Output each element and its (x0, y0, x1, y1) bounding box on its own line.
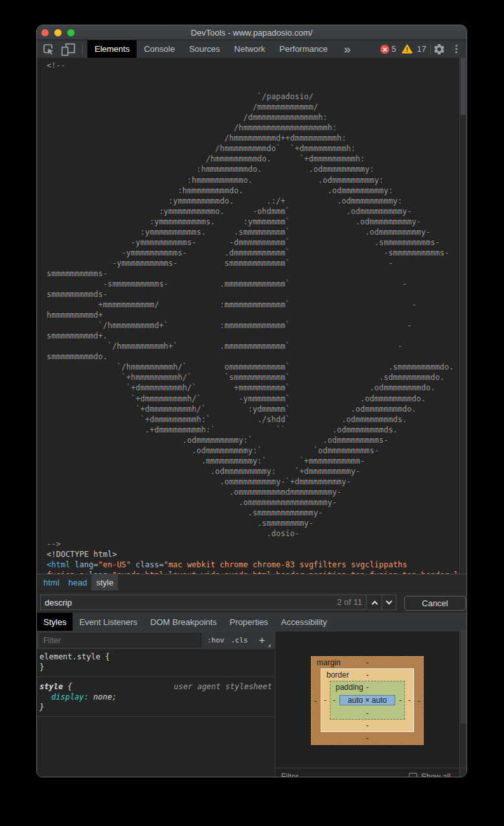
padding-left-value[interactable]: - (333, 696, 336, 705)
new-style-rule-button[interactable]: + (259, 635, 265, 646)
toggle-classes-button[interactable]: .cls (231, 636, 248, 644)
styles-pane: :hov .cls + element.style { } user agent… (37, 631, 275, 777)
previous-match-button[interactable] (367, 595, 382, 610)
tab-performance[interactable]: Performance (272, 40, 334, 58)
margin-left-value[interactable]: - (314, 696, 317, 705)
open-brace: { (67, 682, 72, 691)
equals-sign: = (159, 560, 163, 569)
toolbar-separator (430, 44, 431, 54)
margin-right-value[interactable]: - (418, 696, 420, 705)
breadcrumb-style[interactable]: style (91, 574, 118, 591)
tab-sources[interactable]: Sources (182, 40, 227, 58)
padding-bottom-value[interactable]: - (330, 709, 404, 718)
property-name[interactable]: display (51, 692, 84, 702)
open-brace: { (105, 652, 109, 661)
ascii-art: `/papadosio/ /mmmmmmmmmmmm/ /dmmmmmmmmmm… (47, 92, 454, 538)
computed-pane: margin - - - - border - - - - padding - … (275, 631, 467, 777)
rule-selector[interactable]: element.style (40, 652, 100, 661)
error-icon: ✕ (380, 45, 389, 54)
tab-console[interactable]: Console (137, 40, 182, 58)
breadcrumb-head[interactable]: head (64, 574, 92, 591)
box-model-content[interactable]: auto × auto (339, 695, 395, 705)
border-left-value[interactable]: - (324, 696, 326, 705)
rule-separator (37, 676, 275, 677)
tab-elements[interactable]: Elements (87, 40, 137, 58)
sidebar-tab-properties[interactable]: Properties (223, 613, 275, 631)
elements-tree[interactable]: <!-- `/papadosio/ /mmmmmmmmmmmm/ /dmmmmm… (37, 58, 466, 574)
border-bottom-value[interactable]: - (321, 721, 413, 730)
match-count: 2 of 11 (297, 595, 362, 610)
attr-value-class: "mac webkit chrome chrome-83 svgfilters … (164, 560, 407, 569)
chevron-up-icon (371, 600, 378, 607)
tab-network[interactable]: Network (227, 40, 273, 58)
rule-selector[interactable]: style (40, 682, 63, 691)
computed-scrollbar-thumb[interactable] (461, 631, 467, 724)
close-brace: } (40, 703, 44, 712)
html-tag-name: <html (47, 560, 74, 569)
property-semicolon: ; (112, 692, 117, 702)
property-value[interactable]: none (93, 692, 112, 702)
computed-filter-label[interactable]: Filter (281, 772, 299, 777)
padding-top-value[interactable]: - (330, 683, 404, 692)
property-colon: : (84, 692, 89, 702)
window-title: DevTools - www.papadosio.com/ (37, 25, 466, 40)
comment-close: --> (47, 539, 61, 549)
sidebar-tab-styles[interactable]: Styles (37, 613, 73, 631)
box-model-diagram[interactable]: margin - - - - border - - - - padding - … (311, 656, 424, 745)
title-bar[interactable]: DevTools - www.papadosio.com/ (37, 25, 466, 40)
toggle-hover-state-button[interactable]: :hov (207, 636, 225, 644)
margin-top-value[interactable]: - (312, 658, 423, 667)
stylesheet-origin: user agent stylesheet (174, 681, 272, 692)
sidebar-tab-dom-breakpoints[interactable]: DOM Breakpoints (144, 613, 223, 631)
elements-scrollbar[interactable] (459, 58, 466, 574)
close-brace: } (40, 663, 44, 672)
show-all-label: Show all (421, 772, 450, 777)
attr-name-class: class (135, 560, 159, 569)
comment-open: <!-- (47, 61, 65, 70)
user-agent-style-rule[interactable]: user agent stylesheetstyle { display: no… (37, 679, 275, 714)
styles-filter-input[interactable] (40, 633, 201, 647)
warning-icon (402, 44, 413, 54)
sidebar-tabs: StylesEvent ListenersDOM BreakpointsProp… (37, 613, 466, 631)
inline-style-rule[interactable]: element.style { } (37, 649, 275, 674)
box-model-margin[interactable]: margin - - - - border - - - - padding - … (311, 656, 424, 745)
equals-sign: = (93, 560, 98, 569)
panel-tabs: ElementsConsoleSourcesNetworkPerformance (87, 40, 335, 58)
chevron-down-icon (386, 598, 393, 604)
border-right-value[interactable]: - (408, 696, 411, 705)
padding-right-value[interactable]: - (399, 696, 402, 705)
more-tabs-button[interactable]: » (335, 40, 356, 58)
css-property-display[interactable]: display: none; (40, 692, 272, 702)
sidebar-tab-event-listeners[interactable]: Event Listeners (73, 613, 144, 631)
console-warnings-badge[interactable]: 17 (402, 44, 426, 54)
styles-filter-row: :hov .cls + (37, 631, 275, 649)
settings-gear-icon[interactable] (432, 41, 446, 58)
margin-bottom-value[interactable]: - (312, 734, 423, 743)
sidebar-tab-accessibility[interactable]: Accessibility (275, 613, 334, 631)
css-rules-list: element.style { } user agent stylesheets… (37, 649, 275, 777)
elements-scrollbar-thumb[interactable] (461, 58, 466, 115)
dom-source-text[interactable]: <!-- `/papadosio/ /mmmmmmmmmmmm/ /dmmmmm… (47, 60, 466, 574)
devtools-window: DevTools - www.papadosio.com/ ElementsCo… (36, 25, 467, 777)
customize-devtools-menu-icon[interactable] (452, 45, 461, 53)
box-model-padding[interactable]: padding - - - - auto × auto (330, 681, 405, 720)
next-match-button[interactable] (382, 595, 396, 610)
box-model-border[interactable]: border - - - - padding - - - - auto × au… (321, 668, 414, 732)
cancel-button[interactable]: Cancel (404, 596, 466, 611)
rule-separator (37, 716, 275, 717)
device-toolbar-icon[interactable] (61, 41, 75, 58)
breadcrumb-html[interactable]: html (39, 574, 64, 591)
attr-value-lang: "en-US" (98, 560, 132, 569)
computed-filter-bar: Filter Show all (275, 768, 467, 777)
show-all-checkbox[interactable] (409, 773, 417, 778)
computed-scrollbar[interactable] (459, 631, 467, 777)
content-size-value: auto × auto (348, 696, 387, 705)
console-errors-badge[interactable]: ✕ 5 (380, 44, 396, 54)
devtools-toolbar: ElementsConsoleSourcesNetworkPerformance… (37, 40, 466, 58)
toolbar-separator (82, 44, 83, 54)
doctype-node: <!DOCTYPE html> (47, 550, 117, 559)
breadcrumb: htmlheadstyle (37, 574, 466, 591)
border-top-value[interactable]: - (321, 670, 413, 679)
show-all-control[interactable]: Show all (409, 772, 450, 777)
inspect-element-icon[interactable] (41, 41, 56, 58)
